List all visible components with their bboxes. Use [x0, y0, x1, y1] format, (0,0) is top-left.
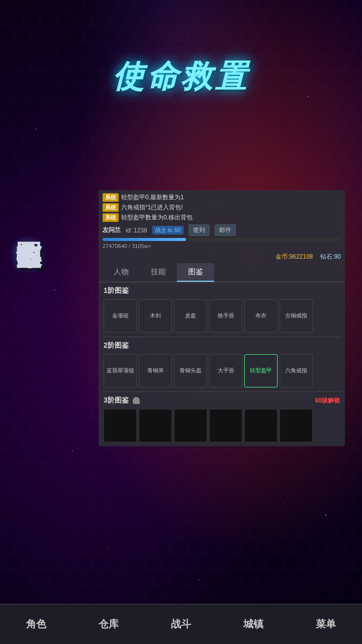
- notif-text-1: 轻型盔甲0,最新数量为1: [121, 193, 184, 202]
- item-cell-locked[interactable]: [104, 409, 137, 442]
- notif-tag-2: 系统: [103, 203, 119, 212]
- section-2-grid: 蓝翡翠项链 青铜斧 青铜头盔 大手捂 轻型盔甲 六角戒指: [99, 352, 345, 391]
- notif-row-3: 系统 轻型盔甲数量为0,移出背包: [103, 213, 341, 222]
- player-id: id: 1238: [126, 227, 147, 234]
- section-2-header: 2阶图鉴: [99, 337, 345, 352]
- player-name: 左问兰: [103, 226, 121, 234]
- item-cell[interactable]: 木剑: [139, 299, 172, 333]
- notif-text-2: 六角戒指*1已进入背包!: [121, 203, 183, 212]
- item-cell[interactable]: 铁手捂: [209, 299, 242, 333]
- item-cell-locked[interactable]: [174, 409, 207, 442]
- nav-menu[interactable]: 菜单: [306, 612, 346, 636]
- section-3-header: 3阶图鉴 60级解锁: [99, 392, 345, 407]
- player-info-row: 左问兰 id: 1238 战士 lv. 50 签到 邮件: [99, 224, 345, 238]
- item-cell-locked[interactable]: [280, 409, 313, 442]
- tab-collection[interactable]: 图鉴: [177, 263, 214, 282]
- player-class: 战士 lv. 50: [152, 226, 184, 234]
- progress-row: 27470640 / 3105w+: [99, 238, 345, 252]
- item-cell[interactable]: 蓝翡翠项链: [104, 354, 137, 387]
- item-cell[interactable]: 青铜斧: [139, 354, 172, 387]
- main-panel: 系统 轻型盔甲0,最新数量为1 系统 六角戒指*1已进入背包! 系统 轻型盔甲数…: [99, 190, 345, 446]
- progress-bar-fill: [103, 238, 186, 241]
- notif-tag-3: 系统: [103, 213, 119, 222]
- game-title: 使命救置: [113, 55, 249, 98]
- notif-row-2: 系统 六角戒指*1已进入背包!: [103, 203, 341, 212]
- lock-icon: [133, 397, 140, 404]
- nav-warehouse[interactable]: 仓库: [88, 612, 129, 636]
- bottom-nav: 角色 仓库 战斗 城镇 菜单: [0, 604, 362, 644]
- item-cell-locked[interactable]: [139, 409, 172, 442]
- sign-button[interactable]: 签到: [189, 224, 210, 236]
- progress-text: 27470640 / 3105w+: [103, 243, 151, 249]
- gold-display: 金币:9622108: [276, 253, 313, 261]
- unlock-text: 60级解锁: [315, 396, 340, 405]
- section-1-header: 1阶图鉴: [99, 282, 345, 297]
- mail-button[interactable]: 邮件: [215, 224, 236, 236]
- item-cell[interactable]: 布衣: [244, 299, 278, 333]
- tab-character[interactable]: 人物: [103, 263, 140, 282]
- notif-text-3: 轻型盔甲数量为0,移出背包: [121, 213, 193, 222]
- item-cell-locked[interactable]: [244, 409, 278, 442]
- notification-area: 系统 轻型盔甲0,最新数量为1 系统 六角戒指*1已进入背包! 系统 轻型盔甲数…: [99, 190, 345, 224]
- nav-town[interactable]: 城镇: [233, 612, 274, 636]
- section-1-grid: 金项链 木剑 皮盔 铁手捂 布衣 古铜戒指: [99, 297, 345, 337]
- item-cell[interactable]: 皮盔: [174, 299, 207, 333]
- tab-skill[interactable]: 技能: [140, 263, 177, 282]
- diamond-display: 钻石:90: [320, 253, 341, 261]
- notif-row-1: 系统 轻型盔甲0,最新数量为1: [103, 193, 341, 202]
- item-cell[interactable]: 大手捂: [209, 354, 242, 387]
- nav-battle[interactable]: 战斗: [161, 612, 201, 636]
- progress-bar-bg: [103, 238, 341, 241]
- section-3-grid: [99, 407, 345, 446]
- item-cell-highlighted[interactable]: 轻型盔甲: [244, 354, 278, 387]
- item-cell[interactable]: 金项链: [104, 299, 137, 333]
- nav-character[interactable]: 角色: [16, 612, 56, 636]
- item-cell-locked[interactable]: [209, 409, 242, 442]
- currency-row: 金币:9622108 钻石:90: [99, 252, 345, 263]
- item-cell[interactable]: 六角戒指: [280, 354, 313, 387]
- notif-tag-1: 系统: [103, 193, 119, 202]
- tabs-row: 人物 技能 图鉴: [99, 263, 345, 282]
- item-cell[interactable]: 古铜戒指: [280, 299, 313, 333]
- item-cell[interactable]: 青铜头盔: [174, 354, 207, 387]
